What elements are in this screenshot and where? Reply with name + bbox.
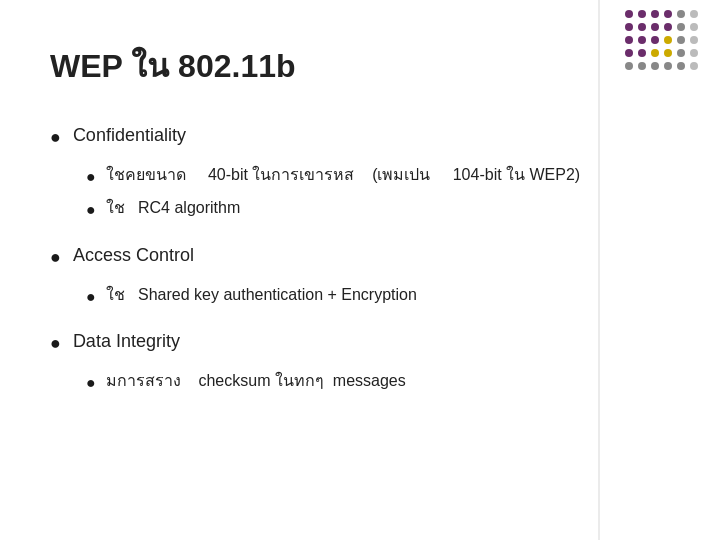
bullet-confidentiality: ● [50, 123, 61, 152]
decorative-dot-5 [690, 10, 698, 18]
decorative-dot-4 [677, 10, 685, 18]
level2-item-rc4: ● ใช RC4 algorithm [86, 195, 670, 223]
bullet-keysize: ● [86, 164, 96, 190]
keysize-text: ใชคยขนาด 40-bit ในการเขารหส (เพมเปน 104-… [106, 162, 581, 188]
decorative-dot-23 [690, 49, 698, 57]
bullet-checksum: ● [86, 370, 96, 396]
access-control-label: Access Control [73, 241, 194, 270]
dot-grid-decoration [625, 10, 700, 72]
level2-item-checksum: ● มการสราง checksum ในทกๆ messages [86, 368, 670, 396]
sharedkey-text: ใช Shared key authentication + Encryptio… [106, 282, 417, 308]
decorative-dot-7 [638, 23, 646, 31]
section-data-integrity: ● Data Integrity ● มการสราง checksum ในท… [50, 327, 670, 395]
decorative-dot-16 [677, 36, 685, 44]
bullet-data-integrity: ● [50, 329, 61, 358]
data-integrity-subitems: ● มการสราง checksum ในทกๆ messages [86, 368, 670, 396]
decorative-dot-0 [625, 10, 633, 18]
rc4-text: ใช RC4 algorithm [106, 195, 241, 221]
decorative-dot-26 [651, 62, 659, 70]
decorative-dot-19 [638, 49, 646, 57]
data-integrity-label: Data Integrity [73, 327, 180, 356]
decorative-dot-13 [638, 36, 646, 44]
decorative-dot-2 [651, 10, 659, 18]
decorative-dot-18 [625, 49, 633, 57]
vertical-divider [598, 0, 600, 540]
decorative-dot-24 [625, 62, 633, 70]
slide-content: ● Confidentiality ● ใชคยขนาด 40-bit ในกา… [50, 121, 670, 396]
decorative-dot-15 [664, 36, 672, 44]
bullet-sharedkey: ● [86, 284, 96, 310]
decorative-dot-3 [664, 10, 672, 18]
confidentiality-subitems: ● ใชคยขนาด 40-bit ในการเขารหส (เพมเปน 10… [86, 162, 670, 223]
slide: WEP ใน 802.11b ● Confidentiality ● ใชคยข… [0, 0, 720, 540]
decorative-dot-25 [638, 62, 646, 70]
decorative-dot-28 [677, 62, 685, 70]
decorative-dot-12 [625, 36, 633, 44]
decorative-dot-1 [638, 10, 646, 18]
decorative-dot-27 [664, 62, 672, 70]
level1-item-data-integrity: ● Data Integrity [50, 327, 670, 358]
decorative-dot-6 [625, 23, 633, 31]
decorative-dot-8 [651, 23, 659, 31]
decorative-dot-17 [690, 36, 698, 44]
section-access-control: ● Access Control ● ใช Shared key authent… [50, 241, 670, 309]
level1-item-access-control: ● Access Control [50, 241, 670, 272]
decorative-dot-20 [651, 49, 659, 57]
confidentiality-label: Confidentiality [73, 121, 186, 150]
decorative-dot-14 [651, 36, 659, 44]
decorative-dot-21 [664, 49, 672, 57]
decorative-dot-9 [664, 23, 672, 31]
level2-item-sharedkey: ● ใช Shared key authentication + Encrypt… [86, 282, 670, 310]
level1-item-confidentiality: ● Confidentiality [50, 121, 670, 152]
section-confidentiality: ● Confidentiality ● ใชคยขนาด 40-bit ในกา… [50, 121, 670, 223]
decorative-dot-11 [690, 23, 698, 31]
access-control-subitems: ● ใช Shared key authentication + Encrypt… [86, 282, 670, 310]
decorative-dot-10 [677, 23, 685, 31]
decorative-dot-29 [690, 62, 698, 70]
slide-title: WEP ใน 802.11b [50, 40, 670, 91]
level2-item-keysize: ● ใชคยขนาด 40-bit ในการเขารหส (เพมเปน 10… [86, 162, 670, 190]
bullet-rc4: ● [86, 197, 96, 223]
decorative-dot-22 [677, 49, 685, 57]
bullet-access-control: ● [50, 243, 61, 272]
checksum-text: มการสราง checksum ในทกๆ messages [106, 368, 406, 394]
